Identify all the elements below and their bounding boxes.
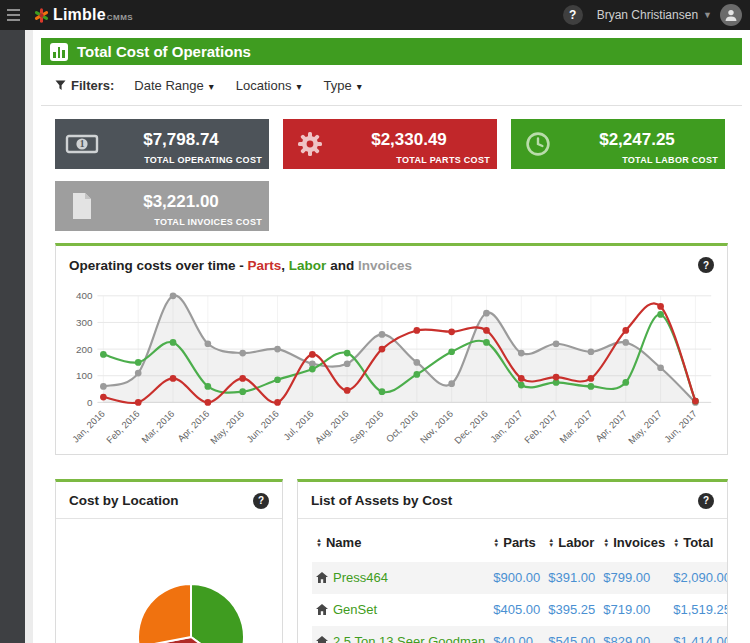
person-icon bbox=[724, 8, 738, 22]
svg-text:Aug, 2016: Aug, 2016 bbox=[313, 409, 350, 446]
labor-cost-link[interactable]: $395.25 bbox=[548, 602, 595, 617]
svg-text:Mar, 2016: Mar, 2016 bbox=[140, 409, 177, 446]
stat-card-invoices: $3,221.00 TOTAL INVOICES COST bbox=[55, 181, 269, 231]
svg-text:0: 0 bbox=[87, 397, 93, 408]
chart-title-parts: Parts bbox=[248, 258, 282, 273]
svg-text:Jul, 2016: Jul, 2016 bbox=[282, 409, 316, 443]
svg-text:Jan, 2016: Jan, 2016 bbox=[71, 409, 107, 445]
svg-text:Apr, 2016: Apr, 2016 bbox=[176, 409, 211, 444]
cost-by-location-pie-chart bbox=[56, 519, 282, 643]
gear-icon bbox=[291, 131, 329, 157]
filter-date-range[interactable]: Date Range bbox=[134, 78, 213, 93]
labor-cost-link[interactable]: $545.00 bbox=[548, 634, 595, 643]
asset-link[interactable]: 2.5 Ton 13 Seer Goodman bbox=[316, 634, 485, 643]
col-header-parts[interactable]: Parts bbox=[489, 529, 544, 562]
chart-title: Operating costs over time - Parts, Labor… bbox=[69, 258, 412, 273]
operating-costs-line-chart: 0100200300400Jan, 2016Feb, 2016Mar, 2016… bbox=[56, 282, 727, 454]
svg-text:1: 1 bbox=[80, 139, 85, 149]
col-header-labor[interactable]: Labor bbox=[544, 529, 599, 562]
total-cost-link[interactable]: $1,414.00 bbox=[673, 634, 728, 643]
operating-costs-chart-panel: Operating costs over time - Parts, Labor… bbox=[55, 243, 728, 455]
file-icon bbox=[63, 192, 101, 220]
svg-text:300: 300 bbox=[76, 317, 93, 328]
collapsed-sidebar[interactable] bbox=[0, 30, 25, 643]
chevron-down-icon: ▼ bbox=[703, 10, 712, 20]
limble-asterisk-icon bbox=[34, 8, 49, 23]
asset-link[interactable]: Press464 bbox=[316, 570, 388, 585]
home-icon bbox=[316, 572, 328, 583]
app: Limble CMMS Bryan Christiansen ▼ Total C… bbox=[0, 0, 750, 643]
svg-text:Oct, 2016: Oct, 2016 bbox=[384, 409, 420, 445]
total-cost-link[interactable]: $1,519.25 bbox=[673, 602, 728, 617]
svg-text:Dec, 2016: Dec, 2016 bbox=[453, 409, 490, 446]
stat-value: $7,798.74 bbox=[101, 130, 261, 150]
sort-icon bbox=[603, 538, 609, 548]
filter-locations[interactable]: Locations bbox=[236, 78, 302, 93]
svg-text:Jun, 2017: Jun, 2017 bbox=[663, 409, 699, 445]
stat-label: TOTAL LABOR COST bbox=[622, 155, 718, 165]
parts-cost-link[interactable]: $405.00 bbox=[493, 602, 540, 617]
svg-text:May, 2017: May, 2017 bbox=[626, 409, 663, 446]
assets-table: Name Parts Labor Invoices Total Press464… bbox=[312, 529, 728, 643]
banknote-icon: 1 bbox=[63, 133, 101, 155]
stat-value: $3,221.00 bbox=[101, 192, 261, 212]
labor-cost-link[interactable]: $391.00 bbox=[548, 570, 595, 585]
invoices-cost-link[interactable]: $719.00 bbox=[603, 602, 650, 617]
stat-label: TOTAL PARTS COST bbox=[396, 155, 490, 165]
page-title: Total Cost of Operations bbox=[77, 43, 251, 60]
stat-value: $2,247.25 bbox=[557, 130, 717, 150]
invoices-cost-link[interactable]: $799.00 bbox=[603, 570, 650, 585]
svg-text:May, 2016: May, 2016 bbox=[209, 409, 246, 446]
filters-bar: Filters: Date Range Locations Type bbox=[41, 65, 742, 106]
asset-link[interactable]: GenSet bbox=[316, 602, 377, 617]
filter-type[interactable]: Type bbox=[323, 78, 361, 93]
svg-text:Mar, 2017: Mar, 2017 bbox=[558, 409, 595, 446]
chart-help-icon[interactable] bbox=[698, 257, 714, 273]
help-icon[interactable] bbox=[563, 5, 583, 25]
assets-help-icon[interactable] bbox=[698, 493, 714, 509]
sort-icon bbox=[548, 538, 554, 548]
stat-value: $2,330.49 bbox=[329, 130, 489, 150]
clock-icon bbox=[519, 131, 557, 157]
parts-cost-link[interactable]: $900.00 bbox=[493, 570, 540, 585]
stat-cards-row-2: $3,221.00 TOTAL INVOICES COST bbox=[55, 181, 725, 231]
stat-card-labor: $2,247.25 TOTAL LABOR COST bbox=[511, 119, 725, 169]
home-icon bbox=[316, 636, 328, 643]
pie-title: Cost by Location bbox=[69, 493, 179, 508]
stat-cards-row-1: 1 $7,798.74 TOTAL OPERATING COST bbox=[55, 119, 725, 169]
chart-title-labor: Labor bbox=[289, 258, 327, 273]
home-icon bbox=[316, 604, 328, 615]
svg-text:200: 200 bbox=[76, 344, 93, 355]
sort-icon bbox=[316, 538, 322, 548]
svg-text:Nov, 2016: Nov, 2016 bbox=[418, 409, 455, 446]
table-row: 2.5 Ton 13 Seer Goodman $40.00 $545.00 $… bbox=[312, 626, 728, 643]
stat-label: TOTAL INVOICES COST bbox=[154, 217, 262, 227]
sort-icon bbox=[673, 538, 679, 548]
avatar[interactable] bbox=[720, 4, 742, 26]
invoices-cost-link[interactable]: $829.00 bbox=[603, 634, 650, 643]
bottom-row: Cost by Location List of Assets by Cost … bbox=[55, 479, 728, 643]
bar-chart-icon bbox=[50, 43, 68, 61]
table-row: Press464 $900.00 $391.00 $799.00 $2,090.… bbox=[312, 562, 728, 594]
limble-logo[interactable]: Limble CMMS bbox=[34, 6, 133, 24]
col-header-invoices[interactable]: Invoices bbox=[599, 529, 669, 562]
brand-name: Limble bbox=[53, 6, 106, 24]
hamburger-menu-icon[interactable] bbox=[0, 0, 26, 30]
svg-text:400: 400 bbox=[76, 290, 93, 301]
svg-text:100: 100 bbox=[76, 370, 93, 381]
chart-title-invoices: Invoices bbox=[358, 258, 412, 273]
parts-cost-link[interactable]: $40.00 bbox=[493, 634, 533, 643]
main-content: Total Cost of Operations Filters: Date R… bbox=[33, 30, 750, 643]
user-menu[interactable]: Bryan Christiansen bbox=[597, 8, 698, 22]
total-cost-link[interactable]: $2,090.00 bbox=[673, 570, 728, 585]
col-header-total[interactable]: Total bbox=[669, 529, 728, 562]
svg-text:Jan, 2017: Jan, 2017 bbox=[489, 409, 525, 445]
table-row: GenSet $405.00 $395.25 $719.00 $1,519.25 bbox=[312, 594, 728, 626]
pie-help-icon[interactable] bbox=[253, 493, 269, 509]
stat-label: TOTAL OPERATING COST bbox=[144, 155, 262, 165]
col-header-name[interactable]: Name bbox=[312, 529, 489, 562]
page-title-bar: Total Cost of Operations bbox=[41, 38, 742, 65]
svg-text:Feb, 2017: Feb, 2017 bbox=[523, 409, 560, 446]
stat-card-parts: $2,330.49 TOTAL PARTS COST bbox=[283, 119, 497, 169]
stat-card-operating: 1 $7,798.74 TOTAL OPERATING COST bbox=[55, 119, 269, 169]
